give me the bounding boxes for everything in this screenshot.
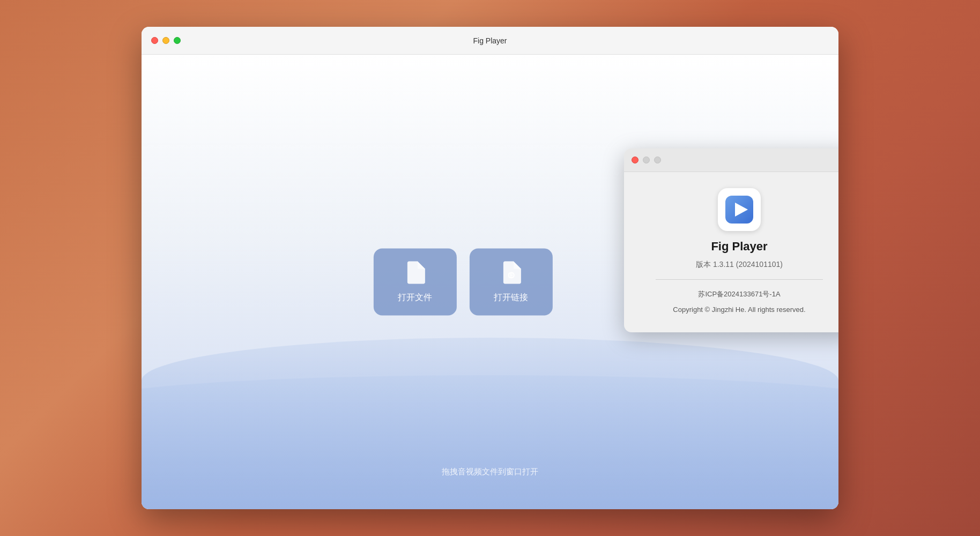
open-file-button[interactable]: 打开文件 [374,249,457,316]
minimize-button[interactable] [162,37,169,44]
app-icon [718,188,761,231]
close-button[interactable] [151,37,158,44]
about-app-name: Fig Player [711,240,767,254]
about-copyright: Copyright © Jingzhi He. All rights reser… [673,306,805,314]
main-window: Fig Player 打开文件 [142,27,838,509]
file-icon [405,261,425,285]
about-icp: 苏ICP备2024133671号-1A [698,289,780,299]
link-file-icon [501,261,521,285]
drop-hint: 拖拽音视频文件到窗口打开 [142,467,838,477]
about-content: Fig Player 版本 1.3.11 (2024101101) 苏ICP备2… [624,172,838,332]
about-maximize-button[interactable] [654,157,661,163]
about-divider [656,279,823,280]
buttons-area: 打开文件 打开链接 [374,249,553,316]
wave-shape-2 [142,375,838,509]
maximize-button[interactable] [174,37,181,44]
about-traffic-lights [632,157,661,163]
open-link-label: 打开链接 [494,292,528,303]
about-version: 版本 1.3.11 (2024101101) [696,260,783,270]
window-title: Fig Player [473,36,507,45]
title-bar: Fig Player [142,27,838,55]
about-titlebar [624,148,838,172]
open-file-label: 打开文件 [398,292,432,303]
traffic-lights [151,37,181,44]
about-close-button[interactable] [632,157,639,163]
about-dialog: Fig Player 版本 1.3.11 (2024101101) 苏ICP备2… [624,148,838,332]
about-minimize-button[interactable] [643,157,650,163]
open-link-button[interactable]: 打开链接 [470,249,553,316]
content-area: 打开文件 打开链接 [142,55,838,509]
